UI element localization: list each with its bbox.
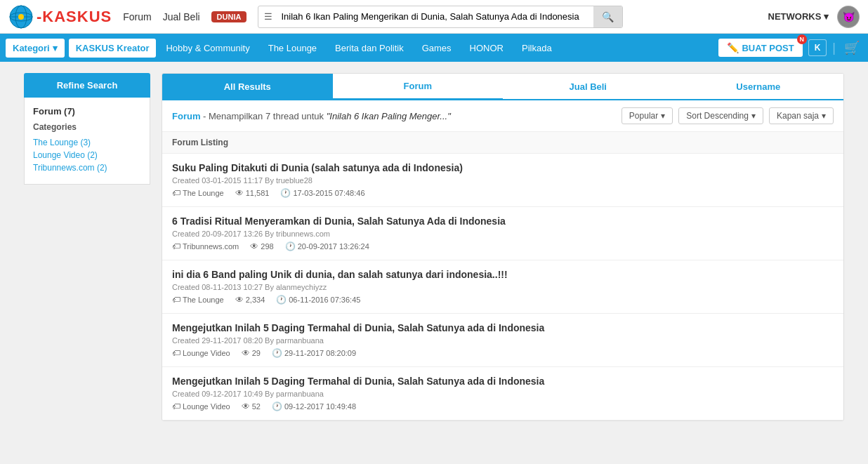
- thread-meta: Created 29-11-2017 08:20 By parmanbuana: [172, 336, 834, 345]
- thread-item: Suku Paling Ditakuti di Dunia (salah sat…: [162, 154, 843, 207]
- thread-title[interactable]: Mengejutkan Inilah 5 Daging Termahal di …: [172, 376, 834, 387]
- cart-button[interactable]: 🛒: [841, 37, 862, 58]
- thread-views: 👁 2,334: [235, 295, 265, 305]
- thread-tag-name: 🏷 The Lounge: [172, 295, 224, 305]
- sort-popular-button[interactable]: Popular ▾: [622, 107, 673, 124]
- thread-item: ini dia 6 Band paling Unik di dunia, dan…: [162, 260, 843, 314]
- thread-tags: 🏷 Lounge Video 👁 29 🕐 29-11-2017 08:20:0…: [172, 348, 834, 358]
- pilkada-link[interactable]: Pilkada: [513, 37, 560, 59]
- thread-views: 👁 298: [250, 241, 273, 251]
- tag-icon: 🏷: [172, 188, 180, 198]
- thread-meta: Created 09-12-2017 10:49 By parmanbuana: [172, 390, 834, 398]
- search-hamburger-icon[interactable]: ☰: [258, 7, 278, 26]
- eye-icon: 👁: [242, 402, 250, 411]
- avatar[interactable]: 😈: [837, 6, 860, 28]
- tag-icon: 🏷: [172, 241, 180, 251]
- forum-result-text: Forum - Menampilkan 7 thread untuk "Inil…: [172, 111, 451, 121]
- thread-meta: Created 20-09-2017 13:26 By tribunnews.c…: [172, 230, 834, 238]
- sort-kapan-button[interactable]: Kapan saja ▾: [769, 107, 834, 124]
- clock-icon: 🕐: [285, 241, 296, 251]
- tab-forum[interactable]: Forum: [333, 74, 504, 100]
- berita-link[interactable]: Berita dan Politik: [327, 37, 412, 59]
- networks-button[interactable]: NETWORKS ▾: [768, 11, 829, 22]
- dunia-badge[interactable]: DUNIA: [211, 11, 247, 22]
- thread-title[interactable]: 6 Tradisi Ritual Menyeramkan di Dunia, S…: [172, 216, 834, 227]
- tab-username[interactable]: Username: [673, 74, 844, 99]
- search-submit-button[interactable]: 🔍: [593, 6, 622, 27]
- thread-tag-name: 🏷 The Lounge: [172, 188, 224, 198]
- eye-icon: 👁: [242, 348, 250, 358]
- eye-icon: 👁: [235, 188, 244, 198]
- buat-post-button[interactable]: ✏️ BUAT POST N: [718, 39, 802, 57]
- category-tribunnews[interactable]: Tribunnews.com (2): [33, 163, 141, 173]
- logo-globe-icon: [8, 4, 34, 29]
- thread-title[interactable]: ini dia 6 Band paling Unik di dunia, dan…: [172, 269, 834, 280]
- sort-descending-button[interactable]: Sort Descending ▾: [678, 107, 763, 124]
- sidebar-panel: Forum (7) Categories The Lounge (3) Loun…: [24, 98, 150, 185]
- thread-tag-name: 🏷 Lounge Video: [172, 402, 230, 411]
- thread-item: Mengejutkan Inilah 5 Daging Termahal di …: [162, 367, 843, 420]
- forum-nav-link[interactable]: Forum: [123, 11, 151, 22]
- clock-icon: 🕐: [272, 402, 282, 411]
- nav-bar-left: Kategori ▾ KASKUS Kreator Hobby & Commun…: [6, 37, 718, 59]
- thread-views: 👁 52: [242, 402, 261, 411]
- forum-count-label: Forum (7): [33, 106, 141, 117]
- notification-badge: N: [797, 34, 807, 44]
- hobby-link[interactable]: Hobby & Community: [157, 37, 258, 59]
- kategori-button[interactable]: Kategori ▾: [6, 39, 65, 58]
- sidebar: Refine Search Forum (7) Categories The L…: [24, 73, 150, 421]
- games-link[interactable]: Games: [414, 37, 460, 59]
- top-nav: Forum Jual Beli DUNIA: [123, 11, 246, 22]
- logo[interactable]: -KASKUS: [8, 4, 112, 29]
- troll-face-icon: 😈: [837, 6, 860, 28]
- content-area: Refine Search Forum (7) Categories The L…: [13, 73, 855, 421]
- eye-icon: 👁: [250, 241, 258, 251]
- tag-icon: 🏷: [172, 348, 180, 358]
- tabs-bar: All Results Forum Jual Beli Username: [162, 74, 843, 100]
- tag-icon: 🏷: [172, 402, 180, 411]
- kreator-button[interactable]: KASKUS Kreator: [69, 39, 157, 58]
- thread-tags: 🏷 The Lounge 👁 11,581 🕐 17-03-2015 07:48…: [172, 188, 834, 198]
- thread-views: 👁 29: [242, 348, 261, 358]
- thread-item: 6 Tradisi Ritual Menyeramkan di Dunia, S…: [162, 207, 843, 260]
- svg-point-4: [18, 14, 24, 20]
- jual-beli-nav-link[interactable]: Jual Beli: [163, 11, 200, 22]
- thread-tags: 🏷 Lounge Video 👁 52 🕐 09-12-2017 10:49:4…: [172, 402, 834, 411]
- thread-last-post: 🕐 06-11-2016 07:36:45: [276, 295, 360, 305]
- thread-views: 👁 11,581: [235, 188, 270, 198]
- clock-icon: 🕐: [276, 295, 287, 305]
- nav-bar-right: ✏️ BUAT POST N K | 🛒: [718, 37, 862, 58]
- thread-meta: Created 08-11-2013 10:27 By alanmeychiyz…: [172, 283, 834, 291]
- forum-sort-controls: Popular ▾ Sort Descending ▾ Kapan saja ▾: [622, 107, 834, 124]
- category-lounge-video[interactable]: Lounge Video (2): [33, 150, 141, 160]
- thread-title[interactable]: Suku Paling Ditakuti di Dunia (salah sat…: [172, 162, 834, 173]
- forum-description: - Menampilkan 7 thread untuk: [203, 111, 327, 121]
- category-lounge[interactable]: The Lounge (3): [33, 138, 141, 147]
- thread-last-post: 🕐 17-03-2015 07:48:46: [280, 188, 364, 198]
- logo-text: -KASKUS: [37, 8, 112, 26]
- dunia-label: DUNIA: [217, 13, 242, 21]
- forum-result-header: Forum - Menampilkan 7 thread untuk "Inil…: [162, 100, 843, 132]
- tab-all-results[interactable]: All Results: [162, 74, 333, 99]
- thread-last-post: 🕐 29-11-2017 08:20:09: [272, 348, 356, 358]
- nav-divider: |: [832, 41, 836, 55]
- lounge-link[interactable]: The Lounge: [260, 37, 325, 59]
- clock-icon: 🕐: [280, 188, 291, 198]
- tab-jual-beli[interactable]: Jual Beli: [503, 74, 673, 99]
- refine-search-button[interactable]: Refine Search: [24, 73, 150, 98]
- nav-bar: Kategori ▾ KASKUS Kreator Hobby & Commun…: [0, 34, 868, 62]
- honor-link[interactable]: HONOR: [461, 37, 512, 59]
- thread-last-post: 🕐 09-12-2017 10:49:48: [272, 402, 356, 411]
- thread-title[interactable]: Mengejutkan Inilah 5 Daging Termahal di …: [172, 322, 834, 333]
- search-input[interactable]: [278, 7, 593, 26]
- thread-tag-name: 🏷 Tribunnews.com: [172, 241, 239, 251]
- forum-listing-label: Forum Listing: [162, 132, 843, 154]
- thread-tags: 🏷 Tribunnews.com 👁 298 🕐 20-09-2017 13:2…: [172, 241, 834, 251]
- thread-last-post: 🕐 20-09-2017 13:26:24: [285, 241, 369, 251]
- main-panel: All Results Forum Jual Beli Username For…: [162, 73, 844, 421]
- categories-title: Categories: [33, 122, 141, 132]
- eye-icon: 👁: [235, 295, 244, 305]
- top-bar: -KASKUS Forum Jual Beli DUNIA ☰ 🔍 NETWOR…: [0, 0, 868, 34]
- kaskus-icon-button[interactable]: K: [808, 39, 827, 56]
- thread-meta: Created 03-01-2015 11:17 By trueblue28: [172, 176, 834, 185]
